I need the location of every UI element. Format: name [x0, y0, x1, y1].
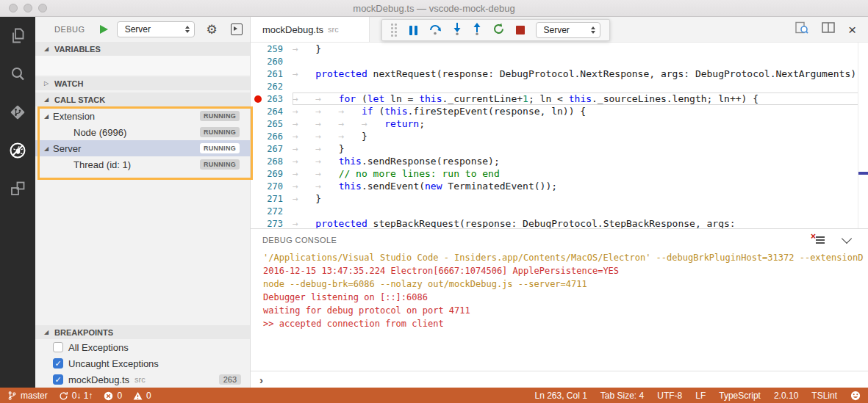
code-token: ln = [384, 93, 419, 104]
sync-icon [59, 391, 68, 401]
title-bar: mockDebug.ts — vscode-mock-debug [0, 0, 868, 17]
status-bar-item[interactable]: master [7, 391, 48, 401]
explorer-icon[interactable] [8, 26, 28, 46]
code-line[interactable]: 259→ } [251, 43, 868, 55]
editor-gutter[interactable]: 267 [251, 142, 293, 155]
split-editor-icon[interactable] [822, 22, 835, 37]
code-line[interactable]: 267→ → } [251, 142, 868, 155]
code-token: protected [315, 68, 367, 79]
status-bar-item[interactable]: 0 [133, 391, 151, 401]
code-editor[interactable]: 259→ }260261→ protected nextRequest(resp… [251, 43, 868, 228]
editor-gutter[interactable]: 268 [251, 155, 293, 167]
code-line[interactable]: 273→ protected stepBackRequest(response:… [251, 217, 868, 228]
code-line[interactable]: 265→ → → → return; [251, 117, 868, 130]
status-bar-item[interactable] [850, 391, 861, 401]
call-stack-item[interactable]: Node (6996)RUNNING [35, 124, 250, 140]
status-bar-item[interactable]: TypeScript [719, 391, 761, 401]
editor-gutter[interactable]: 265 [251, 117, 293, 130]
code-line[interactable]: 261→ protected nextRequest(response: Deb… [251, 68, 868, 80]
call-stack-item[interactable]: Thread (id: 1)RUNNING [35, 156, 250, 173]
status-bar-item[interactable]: 0 [104, 391, 122, 401]
chevron-down-icon[interactable] [842, 233, 852, 244]
step-over-button[interactable] [428, 23, 442, 38]
editor-gutter[interactable]: 266 [251, 130, 293, 142]
code-line[interactable]: 272 [251, 205, 868, 217]
code-token: ( [373, 106, 385, 117]
code-line[interactable]: 264→ → → if (this.fireStepEvent(response… [251, 105, 868, 117]
pause-button[interactable] [409, 26, 417, 35]
breakpoint-checkbox[interactable]: ✓ [53, 358, 63, 368]
code-token: → [293, 43, 315, 54]
tab-mockdebug[interactable]: mockDebug.ts src [251, 17, 370, 42]
status-bar-item[interactable]: Tab Size: 4 [600, 391, 644, 401]
editor-gutter[interactable]: 272 [251, 205, 293, 217]
launch-configuration-select[interactable]: Server [117, 21, 195, 37]
editor-gutter[interactable]: 262 [251, 80, 293, 92]
code-token: .sendResponse(response); [362, 156, 500, 167]
debug-sidebar: DEBUG Server ⚙ ◢ VARIABLES ▷ WATCH ◢ [35, 17, 251, 388]
code-line[interactable]: 262 [251, 80, 868, 92]
editor-gutter[interactable]: 263 [251, 92, 293, 105]
console-input-row[interactable]: › [251, 371, 868, 388]
status-bar-item[interactable]: UTF-8 [657, 391, 682, 401]
code-line[interactable]: 270→ → this.sendEvent(new TerminatedEven… [251, 180, 868, 192]
breakpoint-item[interactable]: ✓mockDebug.tssrc263 [35, 371, 250, 388]
code-line[interactable]: 260 [251, 55, 868, 68]
status-bar-item-label: TypeScript [719, 391, 761, 401]
breakpoint-item[interactable]: ✓Uncaught Exceptions [35, 355, 250, 371]
code-text: → → → } [293, 130, 858, 142]
toolbar-launch-configuration-select[interactable]: Server [536, 22, 600, 38]
editor-gutter[interactable]: 271 [251, 192, 293, 205]
debug-icon[interactable] [8, 140, 28, 160]
step-out-button[interactable] [473, 23, 481, 38]
breakpoint-item[interactable]: All Exceptions [35, 339, 250, 355]
editor-gutter[interactable]: 269 [251, 167, 293, 180]
code-line[interactable]: 268→ → this.sendResponse(response); [251, 155, 868, 167]
editor-gutter[interactable]: 259 [251, 43, 293, 55]
status-bar-item[interactable]: TSLint [811, 391, 837, 401]
variables-section-header[interactable]: ◢ VARIABLES [35, 42, 250, 56]
code-text: → → this.sendResponse(response); [293, 155, 858, 167]
close-window-button[interactable] [9, 4, 18, 12]
search-icon[interactable] [8, 64, 28, 84]
status-bar-item[interactable]: Ln 263, Col 1 [534, 391, 587, 401]
close-editor-icon[interactable]: × [848, 23, 856, 37]
minimize-window-button[interactable] [24, 4, 32, 12]
status-bar-left: master0↓ 1↑00 [7, 391, 162, 401]
restart-button[interactable] [492, 23, 505, 38]
watch-section-header[interactable]: ▷ WATCH [35, 76, 250, 90]
source-control-icon[interactable] [8, 102, 28, 122]
editor-gutter[interactable]: 273 [251, 217, 293, 228]
start-debugging-button[interactable] [100, 25, 108, 34]
status-bar-item[interactable]: LF [695, 391, 706, 401]
open-preview-icon[interactable] [795, 21, 808, 37]
debug-console-output[interactable]: '/Applications/Visual Studio Code - Insi… [251, 251, 868, 371]
call-stack-item[interactable]: ◢ServerRUNNING [35, 140, 250, 156]
zoom-window-button[interactable] [38, 4, 47, 12]
configure-gear-icon[interactable]: ⚙ [207, 23, 218, 36]
step-into-button[interactable] [453, 23, 462, 38]
call-stack-item[interactable]: ◢ExtensionRUNNING [35, 108, 250, 124]
editor-gutter[interactable]: 261 [251, 68, 293, 80]
editor-gutter[interactable]: 260 [251, 55, 293, 68]
code-line[interactable]: 266→ → → } [251, 130, 868, 142]
code-text: → protected nextRequest(response: DebugP… [293, 68, 858, 80]
clear-console-icon[interactable]: × [813, 235, 825, 245]
stop-button[interactable] [516, 26, 525, 35]
code-line[interactable]: 263→ → for (let ln = this._currentLine+1… [251, 92, 868, 105]
code-line[interactable]: 271→ } [251, 192, 868, 205]
editor-gutter[interactable]: 270 [251, 180, 293, 192]
status-bar-item[interactable]: 2.0.10 [774, 391, 798, 401]
code-line[interactable]: 269→ → // no more lines: run to end [251, 167, 868, 180]
code-token: → [293, 68, 315, 79]
breakpoint-checkbox[interactable]: ✓ [53, 374, 63, 385]
breakpoint-checkbox[interactable] [53, 342, 63, 352]
open-debug-console-icon[interactable] [231, 23, 243, 35]
call-stack-section-header[interactable]: ◢ CALL STACK [35, 92, 250, 106]
extensions-icon[interactable] [8, 178, 28, 198]
twisty-icon: ◢ [44, 113, 53, 120]
editor-gutter[interactable]: 264 [251, 105, 293, 117]
toolbar-drag-handle[interactable] [391, 23, 397, 37]
status-bar-item[interactable]: 0↓ 1↑ [59, 391, 93, 401]
breakpoints-section-header[interactable]: ◢ BREAKPOINTS [35, 325, 250, 339]
